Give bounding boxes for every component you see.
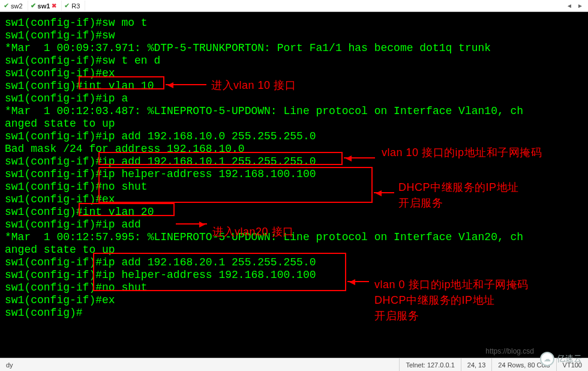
terminal-line: *Mar 1 00:12:57.995: %LINEPROTO-5-UPDOWN… [5, 231, 583, 244]
check-icon: ✔ [4, 2, 9, 10]
terminal-line: sw1(config-if)#ex [5, 67, 583, 80]
terminal-line: anged state to up [5, 244, 583, 256]
terminal-line: sw1(config-if)#ip add [5, 219, 583, 231]
terminal-line: sw1(config-if)#sw [5, 29, 583, 42]
tab-nav: ◄ ► [564, 1, 588, 11]
terminal-line: *Mar 1 00:09:37.971: %DTP-5-TRUNKPORTON:… [5, 42, 583, 55]
terminal-line: anged state to up [5, 118, 583, 130]
terminal-line: sw1(config)#int vlan 10 [5, 80, 583, 92]
terminal-line: sw1(config-if)#ip a [5, 92, 583, 105]
tab-bar: ✔ sw2 ✔ sw1 ✖ ✔ R3 ◄ ► [0, 0, 588, 12]
status-cursor: 24, 13 [461, 358, 492, 371]
terminal-line: sw1(config-if)#no shut [5, 181, 583, 193]
terminal-line: sw1(config-if)#ip add 192.168.10.0 255.2… [5, 130, 583, 143]
terminal-line: sw1(config)#int vlan 20 [5, 206, 583, 219]
status-bar: dy Telnet: 127.0.0.1 24, 13 24 Rows, 80 … [0, 358, 588, 371]
tab-label: R3 [71, 2, 80, 10]
check-icon: ✔ [31, 2, 36, 10]
terminal-line: sw1(config-if)#ip helper-address 192.168… [5, 168, 583, 181]
watermark-url: https://blog.csd [485, 347, 534, 355]
terminal-line: sw1(config-if)#ex [5, 294, 583, 307]
close-icon[interactable]: ✖ [52, 2, 56, 9]
terminal-line: Bad mask /24 for address 192.168.10.0 [5, 143, 583, 155]
terminal-line: sw1(config-if)#ip add 192.168.20.1 255.2… [5, 256, 583, 269]
terminal-line: sw1(config-if)#ip add 192.168.10.1 255.2… [5, 155, 583, 168]
terminal-line: *Mar 1 00:12:03.487: %LINEPROTO-5-UPDOWN… [5, 105, 583, 118]
terminal-line: sw1(config-if)#no shut [5, 282, 583, 294]
terminal-line: sw1(config-if)#ip helper-address 192.168… [5, 269, 583, 282]
watermark-brand: ☁ 亿速云 [540, 352, 582, 366]
terminal-line: sw1(config-if)#ex [5, 193, 583, 206]
tab-label: sw2 [11, 2, 23, 10]
tab-label: sw1 [38, 2, 50, 10]
tab-prev-button[interactable]: ◄ [564, 1, 575, 11]
tab-sw2[interactable]: ✔ sw2 [1, 1, 28, 11]
terminal-line: sw1(config-if)#sw mo t [5, 17, 583, 29]
check-icon: ✔ [64, 2, 70, 10]
tab-next-button[interactable]: ► [575, 1, 586, 11]
tab-r3[interactable]: ✔ R3 [62, 1, 85, 11]
status-left: dy [0, 358, 19, 371]
terminal-line: sw1(config-if)#sw t en d [5, 55, 583, 67]
terminal[interactable]: sw1(config-if)#sw mo tsw1(config-if)#sw*… [0, 12, 588, 358]
tab-sw1[interactable]: ✔ sw1 ✖ [28, 1, 62, 11]
status-telnet: Telnet: 127.0.0.1 [399, 358, 460, 371]
cloud-icon: ☁ [540, 352, 554, 366]
watermark-brand-text: 亿速云 [557, 354, 582, 364]
terminal-line: sw1(config)# [5, 307, 583, 319]
